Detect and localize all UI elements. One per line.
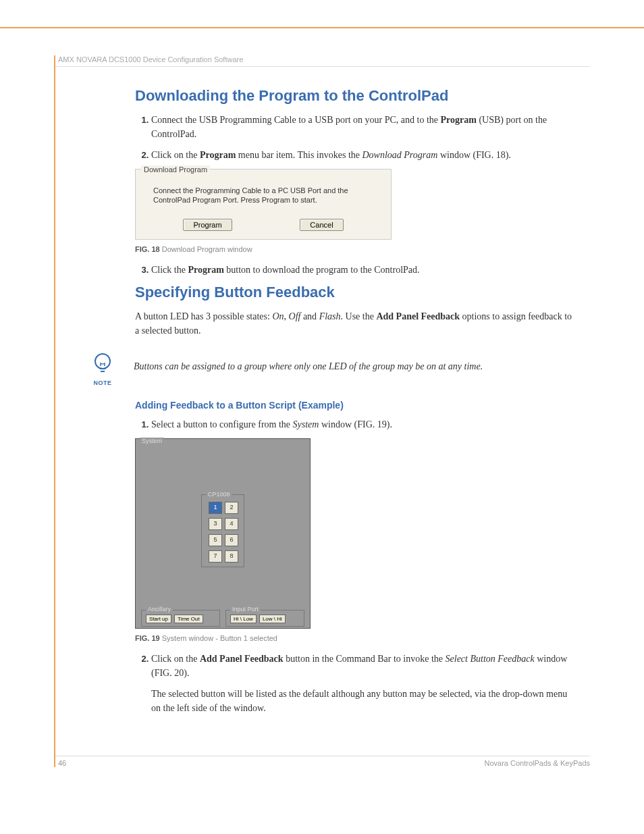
section-heading-downloading: Downloading the Program to the ControlPa… bbox=[135, 87, 576, 105]
step-1: Connect the USB Programming Cable to a U… bbox=[151, 113, 576, 141]
fig-text: System window - Button 1 selected bbox=[162, 634, 277, 642]
svg-point-0 bbox=[95, 354, 110, 369]
cp-button-3[interactable]: 3 bbox=[209, 518, 222, 530]
ancillary-title: Ancillary bbox=[146, 606, 173, 613]
running-header: AMX NOVARA DCS1000 Device Configuration … bbox=[54, 55, 590, 67]
text: Connect the USB Programming Cable to a U… bbox=[151, 115, 441, 125]
fig-text: Download Program window bbox=[162, 245, 252, 253]
text: button in the Command Bar to invoke the bbox=[284, 654, 446, 664]
bottom-groups: Ancillary Start up Time Out Input Port H… bbox=[141, 610, 304, 627]
steps-list-2: Select a button to configure from the Sy… bbox=[135, 417, 576, 432]
bold: Add Panel Feedback bbox=[200, 654, 284, 664]
italic: Download Program bbox=[362, 150, 437, 160]
cp-button-4[interactable]: 4 bbox=[225, 518, 238, 530]
text: A button LED has 3 possible states: bbox=[135, 311, 272, 321]
cp1008-title: CP1008 bbox=[206, 491, 232, 498]
text: Click on the bbox=[151, 654, 200, 664]
steps-list-1b: Click the Program button to download the… bbox=[135, 263, 576, 277]
cp-button-5[interactable]: 5 bbox=[209, 534, 222, 546]
text: Select a button to configure from the bbox=[151, 419, 293, 429]
program-button[interactable]: Program bbox=[183, 219, 232, 231]
steps-list-2b: Click on the Add Panel Feedback button i… bbox=[135, 652, 576, 680]
step-2-continued: The selected button will be listed as th… bbox=[151, 687, 576, 715]
bold: Program bbox=[188, 265, 223, 275]
text: Click the bbox=[151, 265, 188, 275]
ancillary-group: Ancillary Start up Time Out bbox=[141, 610, 220, 627]
steps-list-1: Connect the USB Programming Cable to a U… bbox=[135, 113, 576, 162]
step-2: Click on the Add Panel Feedback button i… bbox=[151, 652, 576, 680]
footer-title: Novara ControlPads & KeyPads bbox=[484, 759, 590, 767]
cp-button-1[interactable]: 1 bbox=[209, 502, 222, 514]
page-number: 46 bbox=[54, 759, 66, 767]
cp-button-8[interactable]: 8 bbox=[225, 550, 238, 563]
text: Click on the bbox=[151, 150, 200, 160]
text: window (FIG. 19). bbox=[319, 419, 392, 429]
section-heading-feedback: Specifying Button Feedback bbox=[135, 284, 576, 301]
input-port-title: Input Port bbox=[230, 606, 261, 613]
note-icon: NOTE bbox=[82, 351, 123, 386]
italic: Select Button Feedback bbox=[446, 654, 535, 664]
cp-button-6[interactable]: 6 bbox=[225, 534, 238, 546]
feedback-intro: A button LED has 3 possible states: On, … bbox=[135, 309, 576, 338]
fig18-instruction-text: Connect the Programming Cable to a PC US… bbox=[153, 186, 381, 205]
fig18-download-program-window: Download Program Connect the Programming… bbox=[135, 169, 392, 240]
low-hi-button[interactable]: Low \ Hi bbox=[259, 615, 286, 623]
step-3: Click the Program button to download the… bbox=[151, 263, 576, 277]
fig-num: FIG. 18 bbox=[135, 245, 160, 253]
text: . Use the bbox=[341, 311, 377, 321]
fig19-system-window: System CP1008 1 2 3 4 5 6 7 8 bbox=[135, 438, 311, 629]
groupbox-title: Download Program bbox=[141, 165, 210, 174]
footer: 46 Novara ControlPads & KeyPads bbox=[54, 756, 590, 767]
note-text: Buttons can be assigned to a group where… bbox=[134, 351, 483, 373]
input-port-group: Input Port Hi \ Low Low \ Hi bbox=[225, 610, 304, 627]
italic: Flash bbox=[319, 311, 341, 321]
note-label: NOTE bbox=[82, 380, 123, 386]
fig18-caption: FIG. 18 Download Program window bbox=[135, 245, 576, 253]
cp-button-2[interactable]: 2 bbox=[225, 502, 238, 514]
text: , bbox=[284, 311, 289, 321]
left-accent-band bbox=[54, 55, 55, 767]
page: AMX NOVARA DCS1000 Device Configuration … bbox=[0, 27, 644, 794]
text: button to download the program to the Co… bbox=[224, 265, 420, 275]
lightbulb-icon bbox=[91, 351, 114, 378]
italic: Off bbox=[289, 311, 301, 321]
step-2: Click on the Program menu bar item. This… bbox=[151, 148, 576, 162]
fig18-button-row: Program Cancel bbox=[142, 219, 384, 231]
italic: System bbox=[293, 419, 319, 429]
hi-low-button[interactable]: Hi \ Low bbox=[230, 615, 257, 623]
note-block: NOTE Buttons can be assigned to a group … bbox=[82, 351, 576, 386]
bold: Program bbox=[200, 150, 236, 160]
cancel-button[interactable]: Cancel bbox=[300, 219, 343, 231]
fig19-caption: FIG. 19 System window - Button 1 selecte… bbox=[135, 634, 576, 642]
text: and bbox=[300, 311, 319, 321]
startup-button[interactable]: Start up bbox=[146, 615, 171, 623]
timeout-button[interactable]: Time Out bbox=[174, 615, 203, 623]
cp-button-7[interactable]: 7 bbox=[209, 550, 222, 563]
content: Downloading the Program to the ControlPa… bbox=[135, 87, 576, 715]
cp-button-grid: 1 2 3 4 5 6 7 8 bbox=[209, 502, 237, 563]
subsection-heading: Adding Feedback to a Button Script (Exam… bbox=[135, 400, 576, 411]
cp1008-group: CP1008 1 2 3 4 5 6 7 8 bbox=[201, 494, 244, 567]
step-1: Select a button to configure from the Sy… bbox=[151, 417, 576, 432]
fig-num: FIG. 19 bbox=[135, 634, 160, 642]
bold: Program bbox=[441, 115, 477, 125]
fig19-body: CP1008 1 2 3 4 5 6 7 8 Ancillary bbox=[138, 442, 307, 625]
text: menu bar item. This invokes the bbox=[236, 150, 362, 160]
text: window (FIG. 18). bbox=[437, 150, 511, 160]
italic: On bbox=[272, 311, 284, 321]
bold: Add Panel Feedback bbox=[376, 311, 460, 321]
